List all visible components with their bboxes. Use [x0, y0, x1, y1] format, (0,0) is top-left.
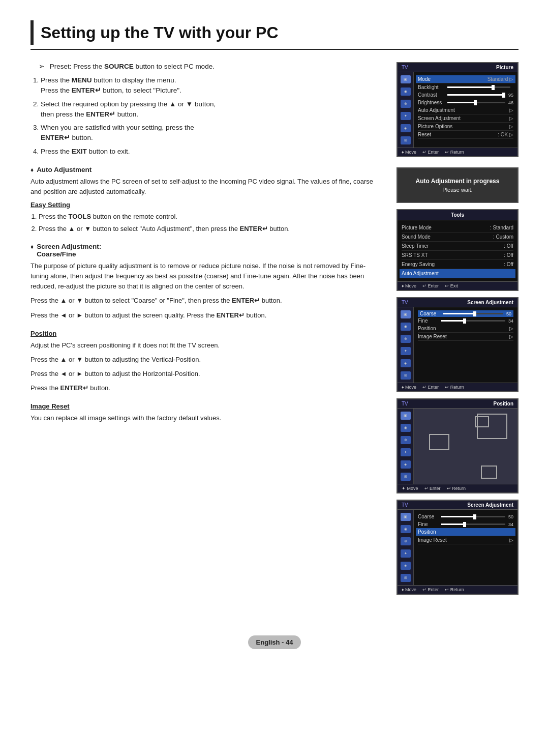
diamond-icon: ♦	[30, 166, 34, 173]
screen-adj-inst1: Press the ▲ or ▼ button to select "Coars…	[30, 296, 381, 306]
tv-screen-adj-body: ▣ ◉ ⊕ ✦ ◈ ⊞ Coarse 50	[398, 307, 517, 383]
easy-step-2: Press the ▲ or ▼ button to select "Auto …	[39, 224, 381, 234]
tv-screen-adj-2: TV Screen Adjustment ▣ ◉ ⊕ ✦ ◈ ⊞ Coarse	[396, 500, 518, 595]
pos-icon-4: ✦	[401, 448, 411, 456]
sidebar-icon-6: ⊞	[401, 136, 411, 144]
auto-adjustment-title: ♦ Auto Adjustment	[30, 166, 381, 173]
right-column: TV Picture ▣ ◉ ⊕ ✦ ◈ ⊞ Mode Standard ▷	[396, 62, 518, 595]
auto-adjustment-body: Auto adjustment allows the PC screen of …	[30, 177, 381, 197]
position-content	[414, 409, 517, 484]
tv-screen-adj-content: Coarse 50 Fine 34 Position	[414, 307, 517, 383]
pos-icon-2: ◉	[401, 424, 411, 432]
sidebar2-icon-5: ◈	[401, 562, 411, 570]
auto-adjustment-section: ♦ Auto Adjustment Auto adjustment allows…	[30, 166, 381, 234]
tools-footer: ♦ Move ↵ Enter ↩ Exit	[398, 281, 517, 290]
tools-sound-mode: Sound Mode: Custom	[402, 232, 513, 242]
page-footer: English - 44	[248, 635, 301, 649]
screen-adjustment-title: ♦ Screen Adjustment:Coarse/Fine	[30, 243, 381, 258]
tools-picture-mode: Picture Mode: Standard	[402, 223, 513, 232]
picture-label: Picture	[496, 65, 513, 70]
sidebar-icon-2: ◉	[401, 88, 411, 96]
sidebar2-icon-3: ⊕	[401, 537, 411, 545]
coarse-slider	[443, 313, 503, 314]
sidebar2-icon-2: ◉	[401, 525, 411, 533]
step-4: Press the EXIT button to exit.	[41, 147, 381, 157]
tv-picture-content: Mode Standard ▷ Backlight Contrast	[414, 72, 517, 148]
preset-line: Preset: Press the SOURCE button to selec…	[30, 62, 381, 70]
position-sidebar: ▣ ◉ ⊕ ✦ ◈ ⊞	[398, 409, 414, 484]
image-reset-body: You can replace all image settings with …	[30, 413, 381, 423]
contrast-slider	[447, 94, 505, 96]
tv-label: TV	[402, 65, 408, 70]
menu2-position: Position	[416, 528, 515, 536]
tools-body: Picture Mode: Standard Sound Mode: Custo…	[398, 220, 517, 281]
pos-icon-6: ⊞	[401, 473, 411, 481]
sidebar-icon-5: ◈	[401, 124, 411, 132]
pos-icon-3: ⊕	[401, 436, 411, 444]
popup-subtitle: Please wait.	[406, 187, 509, 193]
tv-position-screen: TV Position ▣ ◉ ⊕ ✦ ◈ ⊞	[396, 398, 518, 493]
tv-picture-footer: ♦ Move ↵ Enter ↩ Return	[398, 148, 517, 156]
menu-position: Position▷	[418, 325, 513, 333]
position-inst2: Press the ◄ or ► button to adjust the Ho…	[30, 369, 381, 379]
image-reset-section: Image Reset You can replace all image se…	[30, 402, 381, 423]
menu2-image-reset: Image Reset▷	[418, 536, 513, 544]
tv-screen-adj2-body: ▣ ◉ ⊕ ✦ ◈ ⊞ Coarse 50	[398, 510, 517, 585]
title-bar	[30, 20, 34, 45]
sidebar2-icon-4: ✦	[401, 549, 411, 558]
tv-screen-sidebar: ▣ ◉ ⊕ ✦ ◈ ⊞	[398, 307, 414, 383]
tv-tools-screen: Tools Picture Mode: Standard Sound Mode:…	[396, 209, 518, 291]
fine2-slider	[441, 524, 505, 525]
tv-screen2-sidebar: ▣ ◉ ⊕ ✦ ◈ ⊞	[398, 510, 414, 585]
sidebar-icon-4: ✦	[401, 112, 411, 120]
tv-picture-screen: TV Picture ▣ ◉ ⊕ ✦ ◈ ⊞ Mode Standard ▷	[396, 62, 518, 157]
tv-screen-adj-footer: ♦ Move ↵ Enter ↩ Return	[398, 383, 517, 391]
menu-fine: Fine 34	[418, 317, 513, 325]
tv-picture-body: ▣ ◉ ⊕ ✦ ◈ ⊞ Mode Standard ▷ Backlight	[398, 72, 517, 148]
sidebar-s-icon-1: ▣	[401, 310, 411, 318]
sidebar-icon-1: ▣	[401, 75, 411, 83]
easy-setting-title: Easy Setting	[30, 201, 381, 209]
tools-sleep-timer: Sleep Timer: Off	[402, 242, 513, 251]
position-body: ▣ ◉ ⊕ ✦ ◈ ⊞	[398, 409, 517, 484]
title-section: Setting up the TV with your PC	[30, 20, 518, 50]
pos-icon-5: ◈	[401, 460, 411, 469]
main-layout: Preset: Press the SOURCE button to selec…	[30, 62, 518, 595]
pos-box-medium	[429, 434, 449, 450]
screen-adj-inst2: Press the ◄ or ► button to adjust the sc…	[30, 310, 381, 321]
popup-title: Auto Adjustment in progress	[406, 178, 509, 185]
sidebar-icon-3: ⊕	[401, 100, 411, 108]
auto-adjust-popup: Auto Adjustment in progress Please wait.	[396, 167, 518, 203]
sidebar-s-icon-4: ✦	[401, 347, 411, 355]
pos-box-small	[475, 416, 489, 427]
sidebar-s-icon-2: ◉	[401, 323, 411, 331]
menu-row-auto: Auto Adjustment ▷	[418, 106, 513, 114]
left-column: Preset: Press the SOURCE button to selec…	[30, 62, 381, 595]
menu-row-options: Picture Options ▷	[418, 123, 513, 131]
easy-step-1: Press the TOOLS button on the remote con…	[39, 212, 381, 222]
tv-screen-adj-1: TV Screen Adjustment ▣ ◉ ⊕ ✦ ◈ ⊞ Coarse	[396, 297, 518, 392]
position-header: TV Position	[398, 399, 517, 409]
menu2-fine: Fine 34	[418, 520, 513, 528]
tools-energy: Energy Saving: Off	[402, 260, 513, 269]
position-body: Adjust the PC's screen positioning if it…	[30, 340, 381, 351]
backlight-slider	[447, 86, 510, 88]
tools-header: Tools	[398, 210, 517, 220]
step-2: Select the required option by pressing t…	[41, 99, 381, 120]
step-3: When you are satisfied with your setting…	[41, 123, 381, 143]
menu2-coarse: Coarse 50	[418, 513, 513, 520]
pos-box-small2	[481, 466, 497, 479]
position-inst1: Press the ▲ or ▼ button to adjusting the…	[30, 355, 381, 365]
sidebar-s-icon-6: ⊞	[401, 371, 411, 380]
menu-row-brightness: Brightness 46	[418, 99, 513, 106]
position-footer: ✦ Move ↵ Enter ↩ Return	[398, 484, 517, 492]
menu-image-reset: Image Reset▷	[418, 333, 513, 341]
coarse2-slider	[441, 516, 505, 517]
tv-screen-adj2-footer: ♦ Move ↵ Enter ↩ Return	[398, 585, 517, 594]
step-1: Press the MENU button to display the men…	[41, 75, 381, 96]
menu-row-contrast: Contrast 95	[418, 91, 513, 99]
image-reset-title: Image Reset	[30, 402, 381, 410]
easy-setting-steps: Press the TOOLS button on the remote con…	[30, 212, 381, 234]
page-title: Setting up the TV with your PC	[41, 23, 279, 42]
sidebar2-icon-6: ⊞	[401, 574, 411, 582]
